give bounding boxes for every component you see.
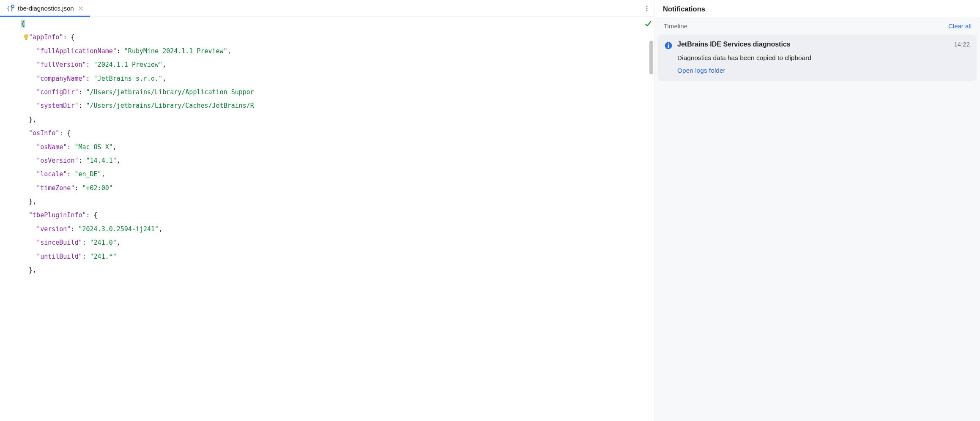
svg-text:{: { (7, 6, 10, 12)
code-line[interactable]: "configDir": "/Users/jetbrains/Library/A… (21, 85, 648, 99)
notification-content: JetBrains IDE Services diagnostics 14:22… (677, 41, 970, 74)
code-line[interactable]: }, (21, 113, 648, 126)
info-icon (665, 42, 672, 49)
code-line[interactable]: "locale": "en_DE", (21, 167, 648, 181)
code-line[interactable]: "companyName": "JetBrains s.r.o.", (21, 72, 648, 85)
code-body[interactable]: { "appInfo": { "fullApplicationName": "R… (21, 17, 648, 421)
close-icon[interactable] (77, 5, 84, 12)
notifications-body: Timeline Clear all JetBrains IDE Service… (654, 17, 980, 421)
notification-card[interactable]: JetBrains IDE Services diagnostics 14:22… (658, 35, 977, 81)
svg-point-4 (646, 5, 648, 7)
editor-tabbar: { } tbe-diagnostics.json (0, 0, 654, 17)
code-line[interactable]: "fullApplicationName": "RubyMine 2024.1.… (21, 44, 648, 58)
code-line[interactable]: "version": "2024.3.0.2594-ij241", (21, 222, 648, 236)
code-line[interactable]: "appInfo": { (21, 30, 648, 44)
scrollbar-thumb[interactable] (649, 41, 653, 74)
code-line[interactable]: }, (21, 263, 648, 277)
kebab-menu-icon[interactable] (640, 0, 654, 16)
notification-message: Diagnostics data has been copied to clip… (677, 54, 970, 62)
notification-time: 14:22 (954, 41, 970, 48)
svg-point-9 (668, 44, 669, 45)
svg-point-5 (646, 8, 648, 9)
editor-tab-label: tbe-diagnostics.json (18, 5, 74, 12)
check-ok-icon[interactable] (645, 20, 652, 28)
editor-pane: { } tbe-diagnostics.json (0, 0, 654, 421)
notifications-title: Notifications (654, 0, 980, 17)
code-line[interactable]: "sinceBuild": "241.0", (21, 236, 648, 249)
notification-header: JetBrains IDE Services diagnostics 14:22 (677, 41, 970, 48)
code-line[interactable]: "timeZone": "+02:00" (21, 181, 648, 195)
code-line[interactable]: "osVersion": "14.4.1", (21, 154, 648, 167)
notification-action-link[interactable]: Open logs folder (677, 67, 970, 74)
code-line[interactable]: "tbePluginInfo": { (21, 208, 648, 222)
svg-point-6 (646, 10, 648, 11)
clear-all-link[interactable]: Clear all (948, 22, 972, 30)
svg-point-3 (12, 5, 14, 7)
timeline-label: Timeline (664, 22, 687, 30)
code-line[interactable]: "untilBuild": "241.*" (21, 250, 648, 263)
code-editor[interactable]: { "appInfo": { "fullApplicationName": "R… (0, 17, 654, 421)
editor-tab[interactable]: { } tbe-diagnostics.json (0, 0, 90, 16)
code-line[interactable]: }, (21, 195, 648, 208)
editor-gutter (0, 17, 21, 421)
json-file-icon: { } (7, 5, 14, 12)
code-line[interactable]: "osName": "Mac OS X", (21, 140, 648, 154)
notifications-pane: Notifications Timeline Clear all JetBrai… (654, 0, 980, 421)
svg-rect-10 (668, 45, 669, 48)
code-line[interactable]: "systemDir": "/Users/jetbrains/Library/C… (21, 99, 648, 112)
code-line[interactable]: { (21, 17, 648, 30)
notifications-subheader: Timeline Clear all (658, 17, 977, 35)
notification-title: JetBrains IDE Services diagnostics (677, 41, 791, 48)
code-line[interactable]: "fullVersion": "2024.1.1 Preview", (21, 58, 648, 71)
code-line[interactable]: "osInfo": { (21, 126, 648, 140)
